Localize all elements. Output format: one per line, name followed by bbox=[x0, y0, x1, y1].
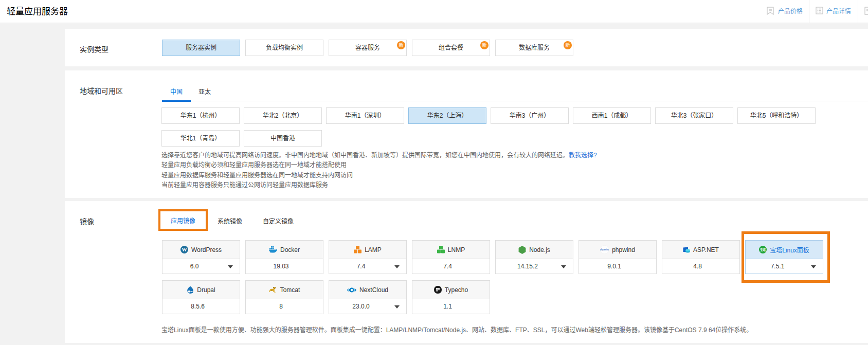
svg-text:docker: docker bbox=[270, 251, 276, 253]
svg-text:phpwind: phpwind bbox=[600, 248, 609, 251]
svg-text:W: W bbox=[182, 247, 187, 252]
